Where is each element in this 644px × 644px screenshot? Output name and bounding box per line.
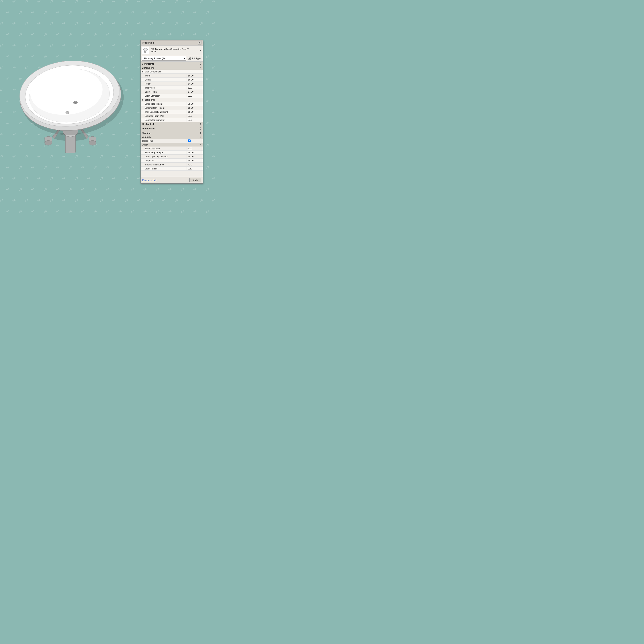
connector-diameter-label: Connector Diameter — [141, 118, 187, 122]
bottom-body-height-label: Bottom Body Height — [141, 106, 187, 109]
section-mechanical[interactable]: Mechanical ▲▼ — [141, 122, 203, 126]
properties-panel: Properties × RD_Bathroom Sink Countertop… — [140, 40, 203, 184]
basin-height-label: Basin Height — [141, 90, 187, 93]
bottle-trap-length-label: Bottle Trap Length — [141, 151, 187, 154]
wall-connection-height-value[interactable]: 15.00 — [187, 110, 203, 114]
visibility-label: Visibility — [142, 136, 151, 138]
identity-data-arrows: ▲▼ — [200, 127, 201, 130]
depth-row: Depth 36.00 — [141, 78, 203, 82]
visibility-bottle-trap-check[interactable] — [187, 139, 203, 142]
height-all-row: Height All 18.00 — [141, 159, 203, 163]
bottle-trap-height-row: Bottle Trap Height 25.50 — [141, 102, 203, 106]
bottle-trap-height-value[interactable]: 25.50 — [187, 102, 203, 105]
panel-spacer — [141, 171, 203, 177]
drain-radius-row: Drain Radius 2.50 — [141, 167, 203, 171]
bottom-body-height-value[interactable]: 15.00 — [187, 106, 203, 109]
bottle-trap-height-label: Bottle Trap Height — [141, 102, 187, 105]
depth-value[interactable]: 36.00 — [187, 78, 203, 81]
dimensions-label: Dimensions — [142, 67, 154, 69]
bottle-trap-length-row: Bottle Trap Length 18.00 — [141, 151, 203, 155]
phasing-label: Phasing — [142, 132, 151, 134]
svg-point-21 — [144, 49, 147, 51]
properties-help-link[interactable]: Properties help — [142, 179, 157, 181]
drain-diameter-label: Drain Diameter — [141, 94, 187, 97]
inner-drain-diameter-label: Inner Drain Diameter — [141, 163, 187, 166]
distance-from-wall-value[interactable]: 0.00 — [187, 114, 203, 118]
dimensions-arrows: ▲ — [200, 67, 201, 69]
constraints-arrows: ▲▼ — [200, 62, 201, 65]
drain-opening-distance-label: Drain Opening Distance — [141, 155, 187, 158]
depth-label: Depth — [141, 78, 187, 81]
svg-rect-19 — [66, 111, 69, 114]
bottom-body-height-row: Bottom Body Height 15.00 — [141, 106, 203, 110]
distance-from-wall-row: Distance From Wall 0.00 — [141, 114, 203, 118]
object-icon — [142, 47, 149, 54]
height-label: Height — [141, 82, 187, 85]
panel-title: Properties — [142, 41, 154, 44]
apply-button[interactable]: Apply — [189, 178, 201, 182]
section-constraints[interactable]: Constraints ▲▼ — [141, 62, 203, 66]
section-dimensions[interactable]: Dimensions ▲ — [141, 66, 203, 70]
drain-radius-label: Drain Radius — [141, 167, 187, 170]
panel-footer: Properties help Apply — [141, 177, 203, 183]
main-dimensions-row[interactable]: ▶ Main Dimensions — [141, 70, 203, 74]
base-thickness-value[interactable]: 1.00 — [187, 147, 203, 150]
bottle-trap-expand-row[interactable]: ▶ Bottle Trap — [141, 98, 203, 102]
basin-height-row: Basin Height 17.00 — [141, 90, 203, 94]
width-row: Width 56.00 — [141, 74, 203, 78]
svg-rect-25 — [189, 58, 190, 58]
section-other[interactable]: Other ▲ — [141, 143, 203, 147]
inner-drain-diameter-row: Inner Drain Diameter 4.40 — [141, 163, 203, 167]
panel-titlebar: Properties × — [141, 40, 203, 45]
thickness-value[interactable]: 1.00 — [187, 86, 203, 89]
basin-height-value[interactable]: 17.00 — [187, 90, 203, 93]
bottle-trap-expand-arrow: ▶ — [142, 99, 144, 101]
svg-point-4 — [45, 140, 52, 145]
object-name-line1: RD_Bathroom Sink Countertop Oval 07 — [151, 48, 199, 50]
phasing-arrows: ▲▼ — [200, 131, 201, 135]
bottle-trap-length-value[interactable]: 18.00 — [187, 151, 203, 154]
distance-from-wall-label: Distance From Wall — [141, 114, 187, 118]
identity-data-label: Identity Data — [142, 127, 155, 130]
visibility-bottle-trap-label: Bottle Trap — [141, 139, 187, 142]
width-label: Width — [141, 74, 187, 77]
bottle-trap-checkbox[interactable] — [188, 139, 191, 142]
wall-connection-height-label: Wall Connection Height — [141, 110, 187, 114]
type-selector-row: Plumbing Fixtures (1) Edit Type — [141, 55, 203, 62]
svg-rect-22 — [145, 51, 146, 53]
sink-illustration — [8, 40, 133, 171]
visibility-arrows: ▲ — [200, 136, 201, 138]
edit-type-icon — [188, 57, 191, 60]
section-phasing[interactable]: Phasing ▲▼ — [141, 131, 203, 135]
height-all-value[interactable]: 18.00 — [187, 159, 203, 162]
width-value[interactable]: 56.00 — [187, 74, 203, 77]
edit-type-label: Edit Type — [191, 57, 201, 60]
thickness-label: Thickness — [141, 86, 187, 89]
bottle-trap-expand-label: Bottle Trap — [144, 99, 155, 101]
svg-rect-26 — [189, 58, 190, 59]
section-visibility[interactable]: Visibility ▲ — [141, 135, 203, 139]
thickness-row: Thickness 1.00 — [141, 86, 203, 90]
type-dropdown[interactable]: Plumbing Fixtures (1) — [142, 56, 186, 61]
drain-opening-distance-value[interactable]: 18.00 — [187, 155, 203, 158]
height-value[interactable]: 14.00 — [187, 82, 203, 85]
inner-drain-diameter-value[interactable]: 4.40 — [187, 163, 203, 166]
object-dropdown-arrow[interactable]: ▼ — [199, 49, 201, 52]
base-thickness-label: Base Thickness — [141, 147, 187, 150]
drain-diameter-row: Drain Diameter 5.00 — [141, 94, 203, 98]
svg-point-7 — [89, 140, 96, 145]
drain-radius-value[interactable]: 2.50 — [187, 167, 203, 170]
other-arrows: ▲ — [200, 144, 201, 146]
drain-opening-distance-row: Drain Opening Distance 18.00 — [141, 155, 203, 159]
expand-arrow: ▶ — [142, 71, 144, 73]
mechanical-arrows: ▲▼ — [200, 123, 201, 126]
section-identity-data[interactable]: Identity Data ▲▼ — [141, 126, 203, 131]
object-name-line2: White — [151, 50, 199, 53]
constraints-label: Constraints — [142, 63, 154, 65]
edit-type-button[interactable]: Edit Type — [187, 57, 201, 60]
drain-diameter-value[interactable]: 5.00 — [187, 94, 203, 97]
visibility-bottle-trap-row: Bottle Trap — [141, 139, 203, 143]
close-button[interactable]: × — [198, 41, 201, 44]
connector-diameter-value[interactable]: 3.20 — [187, 118, 203, 122]
other-label: Other — [142, 143, 148, 146]
